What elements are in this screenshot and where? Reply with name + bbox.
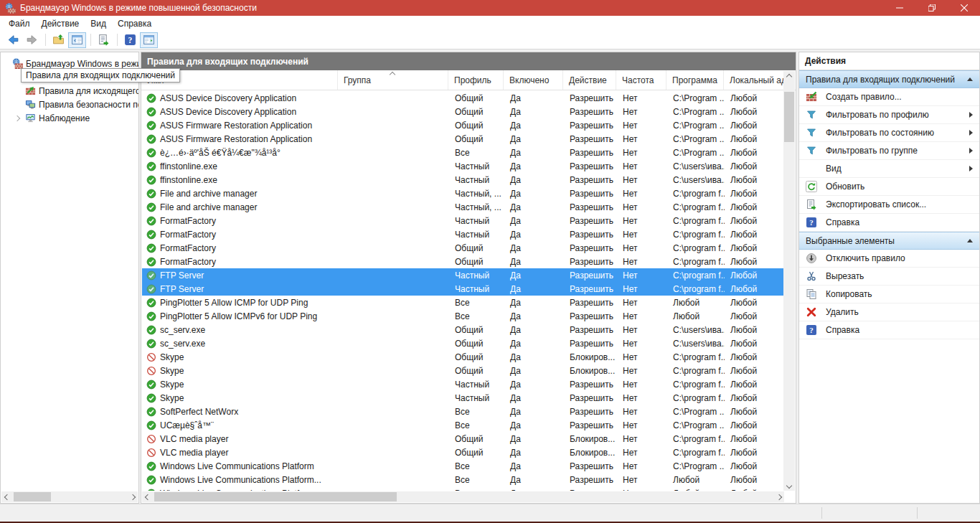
toolbar-help-button[interactable]: ? bbox=[121, 32, 139, 48]
toolbar-action-pane-toggle-button[interactable] bbox=[140, 32, 158, 48]
rule-row[interactable]: File and archive managerЧастный, ...ДаРа… bbox=[142, 200, 785, 214]
rule-name: sc_serv.exe bbox=[160, 339, 205, 349]
export-icon bbox=[806, 199, 817, 210]
action-help[interactable]: ?Справка bbox=[799, 321, 979, 339]
scroll-right-button[interactable] bbox=[773, 491, 784, 502]
close-button[interactable] bbox=[948, 0, 980, 16]
tree-item-tooltip: Правила для входящих подключений bbox=[21, 68, 180, 83]
column-header-program[interactable]: Программа bbox=[666, 70, 724, 90]
rule-group-cell bbox=[339, 187, 449, 200]
rule-action-cell: Разрешить bbox=[564, 146, 617, 159]
toolbar-console-tree-toggle-button[interactable] bbox=[68, 32, 86, 48]
rule-row[interactable]: SkypeЧастныйДаРазрешитьНетC:\program f..… bbox=[142, 377, 785, 391]
action-disable-rule[interactable]: Отключить правило bbox=[799, 250, 979, 268]
column-header-profile[interactable]: Профиль bbox=[448, 70, 504, 90]
collapse-icon[interactable] bbox=[967, 239, 973, 242]
menu-action[interactable]: Действие bbox=[36, 17, 85, 31]
rule-name: UCæµè§ˆå™¨ bbox=[160, 420, 214, 430]
action-help[interactable]: ?Справка bbox=[799, 214, 979, 232]
rule-row[interactable]: SoftPerfect NetWorxВсеДаРазрешитьНетC:\P… bbox=[142, 405, 785, 418]
action-copy[interactable]: Копировать bbox=[799, 286, 979, 303]
rule-row[interactable]: Windows Live Communications PlatformВсеД… bbox=[142, 486, 785, 491]
column-header-action[interactable]: Действие bbox=[563, 70, 616, 90]
toolbar-show-in-folder-button[interactable] bbox=[50, 32, 67, 48]
action-filter-by-group[interactable]: Фильтровать по группе bbox=[799, 142, 979, 160]
collapse-icon[interactable] bbox=[967, 77, 973, 81]
monitoring-icon bbox=[25, 113, 36, 123]
rule-row[interactable]: Windows Live Communications Platform...В… bbox=[142, 473, 785, 486]
rule-action-cell: Разрешить bbox=[564, 200, 617, 214]
scroll-track[interactable] bbox=[783, 82, 795, 480]
scroll-down-button[interactable] bbox=[783, 480, 794, 491]
rule-row[interactable]: ASUS Device Discovery ApplicationОбщийДа… bbox=[142, 91, 785, 105]
column-header-enabled[interactable]: Включено bbox=[504, 70, 563, 90]
rule-row[interactable]: VLC media playerОбщийДаБлокиров...НетC:\… bbox=[142, 446, 785, 459]
rule-row[interactable]: Windows Live Communications PlatformВсеД… bbox=[142, 459, 785, 473]
scroll-track[interactable] bbox=[12, 491, 127, 502]
column-header-override[interactable]: Частота bbox=[616, 70, 666, 90]
rule-row[interactable]: ffinstonline.exeЧастныйДаРазрешитьНетC:\… bbox=[142, 173, 785, 187]
allow-rule-icon bbox=[146, 270, 156, 281]
rule-row[interactable]: SkypeОбщийДаБлокиров...НетC:\program f..… bbox=[142, 364, 785, 377]
rule-row[interactable]: FormatFactoryЧастныйДаРазрешитьНетC:\pro… bbox=[142, 227, 785, 241]
rule-row[interactable]: FormatFactoryОбщийДаРазрешитьНетC:\progr… bbox=[142, 255, 785, 268]
rule-row[interactable]: ASUS Device Discovery ApplicationОбщийДа… bbox=[142, 105, 785, 118]
rule-row[interactable]: FormatFactoryЧастныйДаРазрешитьНетC:\pro… bbox=[142, 214, 785, 227]
toolbar-back-button[interactable] bbox=[4, 32, 22, 48]
tree-horizontal-scrollbar[interactable] bbox=[1, 491, 138, 502]
toolbar-forward-button[interactable] bbox=[23, 32, 41, 48]
tree-item-outbound-rules[interactable]: Правила для исходящего п bbox=[1, 84, 138, 98]
action-export-list[interactable]: Экспортировать список... bbox=[799, 196, 979, 214]
rule-row[interactable]: è¿…é›·äº'åŠ é€Ÿå¼€æ"¾å¹³å°ВсеДаРазрешить… bbox=[142, 146, 785, 159]
tree-item-connection-security-rules[interactable]: Правила безопасности по, bbox=[1, 98, 138, 111]
action-section-header-0[interactable]: Правила для входящих подключений bbox=[799, 70, 979, 88]
column-header-local[interactable]: Локальный ад bbox=[724, 70, 784, 90]
rule-row[interactable]: ASUS Firmware Restoration ApplicationОбщ… bbox=[142, 118, 785, 132]
rule-row[interactable]: SkypeЧастныйДаРазрешитьНетC:\program f..… bbox=[142, 391, 785, 405]
restore-button[interactable] bbox=[915, 0, 948, 16]
expand-chevron-icon[interactable] bbox=[14, 116, 21, 121]
scroll-left-button[interactable] bbox=[1, 491, 12, 502]
menu-help[interactable]: Справка bbox=[112, 17, 157, 31]
rule-row[interactable]: sc_serv.exeОбщийДаРазрешитьНетC:\users\и… bbox=[142, 323, 785, 336]
scroll-left-button[interactable] bbox=[142, 491, 153, 502]
rule-row[interactable]: FormatFactoryОбщийДаРазрешитьНетC:\progr… bbox=[142, 241, 785, 255]
allow-rule-icon bbox=[146, 257, 156, 267]
scroll-thumb[interactable] bbox=[784, 92, 794, 142]
action-delete[interactable]: Удалить bbox=[799, 303, 979, 321]
minimize-button[interactable] bbox=[883, 0, 915, 16]
scroll-track[interactable] bbox=[153, 491, 773, 502]
tree-item-monitoring[interactable]: Наблюдение bbox=[1, 111, 138, 125]
list-horizontal-scrollbar[interactable] bbox=[142, 491, 784, 502]
action-view[interactable]: Вид bbox=[799, 160, 979, 178]
rule-row[interactable]: sc_serv.exeОбщийДаРазрешитьНетC:\users\и… bbox=[142, 336, 785, 350]
rule-row[interactable]: ffinstonline.exeЧастныйДаРазрешитьНетC:\… bbox=[142, 159, 785, 173]
rule-row[interactable]: FTP ServerЧастныйДаРазрешитьНетC:\progra… bbox=[142, 282, 785, 296]
action-filter-by-state[interactable]: Фильтровать по состоянию bbox=[799, 124, 979, 142]
scroll-thumb[interactable] bbox=[14, 492, 51, 501]
action-filter-by-profile[interactable]: Фильтровать по профилю bbox=[799, 106, 979, 124]
action-section-header-1[interactable]: Выбранные элементы bbox=[799, 232, 979, 250]
list-vertical-scrollbar[interactable] bbox=[783, 71, 795, 491]
action-refresh[interactable]: Обновить bbox=[799, 178, 979, 196]
toolbar-export-list-button[interactable] bbox=[95, 32, 113, 48]
scroll-up-button[interactable] bbox=[783, 71, 794, 82]
rule-row[interactable]: FTP ServerЧастныйДаРазрешитьНетC:\progra… bbox=[142, 268, 785, 282]
rule-row[interactable]: File and archive managerЧастный, ...ДаРа… bbox=[142, 187, 785, 200]
scroll-thumb[interactable] bbox=[154, 492, 397, 501]
rule-row[interactable]: PingPlotter 5 Allow ICMP for UDP PingВсе… bbox=[142, 296, 785, 309]
rule-row[interactable]: PingPlotter 5 Allow ICMPv6 for UDP PingВ… bbox=[142, 309, 785, 323]
rule-row[interactable]: ASUS Firmware Restoration ApplicationОбщ… bbox=[142, 132, 785, 146]
action-new-rule[interactable]: Создать правило... bbox=[799, 88, 979, 106]
rule-local-cell: Любой bbox=[725, 391, 785, 405]
column-header-group[interactable]: Группа bbox=[338, 70, 448, 90]
rule-row[interactable]: SkypeОбщийДаБлокиров...НетC:\program f..… bbox=[142, 350, 785, 364]
action-cut[interactable]: Вырезать bbox=[799, 268, 979, 286]
scroll-right-button[interactable] bbox=[127, 491, 138, 502]
rule-override-cell: Нет bbox=[617, 241, 667, 255]
rule-row[interactable]: UCæµè§ˆå™¨ВсеДаРазрешитьНетC:\Program ..… bbox=[142, 418, 785, 432]
menu-file[interactable]: Файл bbox=[3, 17, 36, 31]
menu-view[interactable]: Вид bbox=[85, 17, 112, 31]
rule-row[interactable]: VLC media playerОбщийДаБлокиров...НетC:\… bbox=[142, 432, 785, 446]
rule-group-cell bbox=[339, 91, 449, 105]
